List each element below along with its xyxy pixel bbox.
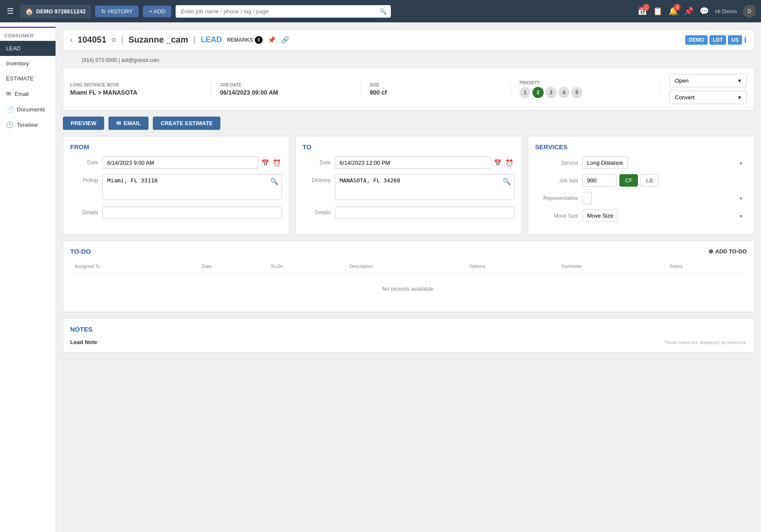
add-button[interactable]: + ADD bbox=[143, 6, 171, 17]
pin-icon[interactable]: 📌 bbox=[268, 36, 276, 44]
to-details-row: Details bbox=[303, 206, 514, 219]
lb-button[interactable]: LB bbox=[640, 174, 659, 187]
priority-4[interactable]: 4 bbox=[558, 87, 569, 98]
service-label: Service bbox=[535, 160, 578, 166]
to-details-input[interactable] bbox=[335, 206, 514, 219]
add-todo-button[interactable]: ⊕ ADD TO-DO bbox=[708, 248, 747, 255]
jobsize-input[interactable] bbox=[582, 174, 617, 187]
doc-icon: 📄 bbox=[6, 106, 13, 113]
status-dropdown[interactable]: Open ▾ bbox=[669, 74, 747, 87]
link-icon[interactable]: 🔗 bbox=[281, 36, 289, 44]
from-pickup-label: Pickup bbox=[70, 174, 98, 183]
chevron-down-icon: ▾ bbox=[738, 77, 741, 84]
from-date-label: Date bbox=[70, 157, 98, 166]
service-select[interactable]: Long Distance bbox=[582, 157, 628, 169]
user-avatar[interactable]: D bbox=[743, 5, 756, 18]
to-date-label: Date bbox=[303, 157, 331, 166]
brand-section[interactable]: 🏠 DEMO 9728611242 bbox=[20, 5, 91, 18]
representative-label: Representative bbox=[535, 195, 578, 201]
todo-table-header-row: Assigned To Date To-Do Description Optio… bbox=[70, 260, 747, 273]
from-calendar-icon[interactable]: 📅 bbox=[260, 158, 270, 168]
from-panel-title: FROM bbox=[70, 143, 282, 151]
from-date-field-wrap: 📅 ⏰ bbox=[102, 157, 282, 169]
hamburger-icon[interactable]: ☰ bbox=[5, 5, 15, 18]
size-value: 900 cf bbox=[370, 89, 502, 96]
todo-section: TO-DO ⊕ ADD TO-DO Assigned To Date To-Do… bbox=[63, 240, 754, 312]
to-date-input[interactable] bbox=[335, 157, 491, 169]
tasks-icon[interactable]: 📋 bbox=[653, 6, 662, 16]
sidebar-item-timeline[interactable]: 🕐 Timeline bbox=[0, 117, 56, 132]
to-calendar-icon[interactable]: 📅 bbox=[493, 158, 503, 168]
client-name: Suzanne _cam bbox=[128, 35, 188, 45]
action-section: Open ▾ Convert ▾ bbox=[669, 74, 747, 104]
to-address-wrap: 🔍 bbox=[335, 174, 514, 201]
email-icon: ✉ bbox=[6, 90, 11, 97]
priority-3[interactable]: 3 bbox=[545, 87, 557, 98]
sidebar-item-inventory[interactable]: Inventory bbox=[0, 56, 56, 71]
cf-button[interactable]: CF bbox=[619, 174, 638, 187]
sidebar-item-estimate[interactable]: ESTIMATE bbox=[0, 71, 56, 86]
create-estimate-button[interactable]: CREATE ESTIMATE bbox=[153, 117, 220, 130]
calendar-icon[interactable]: 📅 1 bbox=[637, 6, 647, 16]
representative-select[interactable] bbox=[582, 192, 592, 204]
to-delivery-label: Delivery bbox=[303, 174, 331, 183]
home-icon: 🏠 bbox=[25, 7, 34, 15]
search-icon: 🔍 bbox=[380, 8, 387, 15]
bell-icon[interactable]: 🔔 4 bbox=[668, 6, 678, 16]
history-button[interactable]: ↻ HISTORY bbox=[95, 6, 139, 17]
copy-icon[interactable]: ⧉ bbox=[111, 36, 116, 43]
notes-hint: These notes are displayed on printouts. bbox=[664, 340, 747, 345]
priority-5[interactable]: 5 bbox=[571, 87, 582, 98]
chat-icon[interactable]: 💬 bbox=[699, 6, 709, 16]
priority-2[interactable]: 2 bbox=[532, 87, 544, 98]
to-panel-title: TO bbox=[303, 143, 514, 151]
convert-dropdown[interactable]: Convert ▾ bbox=[669, 91, 747, 104]
from-pickup-input[interactable] bbox=[102, 174, 282, 200]
sidebar-item-documents[interactable]: 📄 Documents bbox=[0, 101, 56, 117]
from-pickup-row: Pickup 🔍 bbox=[70, 174, 282, 201]
from-details-row: Details bbox=[70, 206, 282, 219]
lead-link[interactable]: LEAD bbox=[201, 35, 222, 44]
size-label: SIZE bbox=[370, 83, 502, 87]
to-delivery-input[interactable] bbox=[335, 174, 514, 200]
todo-no-records: No records available. bbox=[70, 273, 747, 305]
sidebar-item-email[interactable]: ✉ Email bbox=[0, 86, 56, 101]
from-clock-icon[interactable]: ⏰ bbox=[272, 158, 282, 168]
top-nav: ☰ 🏠 DEMO 9728611242 ↻ HISTORY + ADD 🔍 📅 … bbox=[0, 0, 761, 22]
to-search-icon[interactable]: 🔍 bbox=[503, 178, 511, 185]
service-row: Service Long Distance bbox=[535, 157, 747, 169]
from-address-wrap: 🔍 bbox=[102, 174, 282, 201]
to-date-field-wrap: 📅 ⏰ bbox=[335, 157, 514, 169]
info-icon[interactable]: ℹ bbox=[744, 35, 747, 45]
pin-nav-icon[interactable]: 📌 bbox=[684, 6, 693, 16]
to-delivery-row: Delivery 🔍 bbox=[303, 174, 514, 201]
col-status: Status bbox=[665, 260, 747, 273]
right-badges: DEMO LDT US ℹ bbox=[685, 35, 747, 45]
email-button[interactable]: ✉ EMAIL bbox=[108, 117, 148, 130]
notes-section: NOTES Lead Note These notes are displaye… bbox=[63, 318, 754, 353]
service-select-wrap: Long Distance bbox=[582, 157, 747, 169]
from-date-input[interactable] bbox=[102, 157, 259, 169]
representative-select-wrap bbox=[582, 192, 747, 204]
services-panel-title: SERVICES bbox=[535, 143, 747, 151]
back-button[interactable]: ‹ bbox=[70, 36, 72, 44]
move-size-select[interactable]: Move Size bbox=[582, 209, 618, 222]
badge-us: US bbox=[728, 35, 742, 45]
priority-1[interactable]: 1 bbox=[520, 87, 531, 98]
search-input[interactable] bbox=[176, 5, 391, 18]
badge-demo: DEMO bbox=[685, 35, 708, 45]
info-card: LONG DISTANCE MOVE Miami FL > MANASOTA J… bbox=[63, 68, 754, 111]
col-assigned-to: Assigned To bbox=[70, 260, 198, 273]
from-search-icon[interactable]: 🔍 bbox=[270, 178, 278, 185]
jobsize-row: Job size CF LB bbox=[535, 174, 747, 187]
sidebar-item-lead[interactable]: LEAD bbox=[0, 41, 56, 56]
remarks-button[interactable]: REMARKS 0 bbox=[227, 36, 263, 44]
phone-number: (914) 573-0000 bbox=[82, 57, 117, 63]
from-details-input[interactable] bbox=[102, 206, 282, 219]
preview-button[interactable]: PREVIEW bbox=[63, 117, 104, 130]
move-type-section: LONG DISTANCE MOVE Miami FL > MANASOTA bbox=[70, 83, 211, 96]
col-date: Date bbox=[198, 260, 266, 273]
hi-user-label: Hi Demo bbox=[715, 8, 737, 15]
to-clock-icon[interactable]: ⏰ bbox=[504, 158, 514, 168]
sidebar-section-consumer: CONSUMER bbox=[0, 27, 56, 41]
